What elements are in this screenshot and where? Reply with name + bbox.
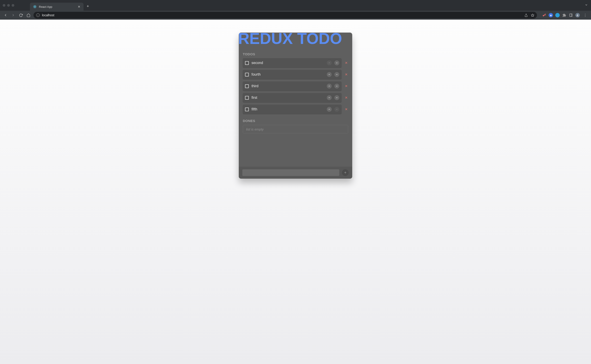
close-icon: ✕ xyxy=(345,107,348,111)
todo-checkbox[interactable] xyxy=(245,96,249,100)
panel-icon[interactable] xyxy=(569,13,573,17)
browser-tab[interactable]: React App ✕ xyxy=(30,3,84,11)
home-button[interactable] xyxy=(26,13,31,18)
todo-item: fourth xyxy=(243,70,342,79)
move-up-button[interactable] xyxy=(327,84,332,89)
titlebar: React App ✕ + xyxy=(0,0,591,11)
share-icon[interactable] xyxy=(524,14,528,17)
address-bar[interactable]: i localhost xyxy=(34,12,537,19)
todo-checkbox[interactable] xyxy=(245,61,249,65)
chevron-down-icon xyxy=(336,61,338,65)
close-icon: ✕ xyxy=(345,96,348,99)
chevron-up-icon xyxy=(328,96,330,100)
new-tab-button[interactable]: + xyxy=(84,4,92,9)
empty-text: list is empty xyxy=(246,127,263,131)
move-down-button xyxy=(334,107,339,112)
add-todo-footer: + xyxy=(239,167,352,179)
tabs-dropdown-icon[interactable] xyxy=(585,3,588,7)
reload-button[interactable] xyxy=(18,13,23,18)
move-up-button[interactable] xyxy=(327,107,332,112)
todo-row: fourth✕ xyxy=(243,70,348,79)
browser-chrome: React App ✕ + i localhost xyxy=(0,0,591,20)
todo-row: third✕ xyxy=(243,81,348,91)
traffic-lights xyxy=(3,4,14,7)
move-down-button[interactable] xyxy=(334,60,339,65)
extensions-area: ◉ xyxy=(542,13,580,17)
chevron-up-icon xyxy=(328,84,330,88)
todo-checkbox[interactable] xyxy=(245,84,249,88)
chevron-up-icon xyxy=(328,61,330,65)
todo-row: second✕ xyxy=(243,58,348,68)
browser-toolbar: i localhost ◉ xyxy=(0,11,591,20)
chevron-down-icon xyxy=(336,107,338,111)
close-icon: ✕ xyxy=(345,61,348,65)
chevron-up-icon xyxy=(328,72,330,77)
move-up-button[interactable] xyxy=(327,95,332,100)
window-close-button[interactable] xyxy=(3,4,5,7)
todo-checkbox[interactable] xyxy=(245,108,249,111)
dones-empty-placeholder: list is empty xyxy=(243,125,348,133)
chevron-down-icon xyxy=(336,72,338,77)
chevron-up-icon xyxy=(328,107,330,111)
extension-cyan-icon[interactable] xyxy=(555,13,560,17)
todo-item: second xyxy=(243,58,342,68)
window-minimize-button[interactable] xyxy=(7,4,10,7)
todo-checkbox[interactable] xyxy=(245,73,249,77)
back-button[interactable] xyxy=(3,13,8,18)
svg-rect-7 xyxy=(570,14,572,17)
delete-button[interactable]: ✕ xyxy=(344,84,348,88)
delete-button[interactable]: ✕ xyxy=(344,72,348,77)
bookmark-icon[interactable] xyxy=(531,14,534,17)
extension-key-icon[interactable] xyxy=(542,13,546,17)
todo-row: fifth✕ xyxy=(243,105,348,114)
todo-app-card: REDUX TODO TODOS second✕fourth✕third✕fir… xyxy=(239,32,352,179)
todo-text: first xyxy=(251,96,324,100)
todo-text: second xyxy=(251,61,324,65)
react-icon xyxy=(33,5,37,8)
todo-item: third xyxy=(243,81,342,91)
close-tab-icon[interactable]: ✕ xyxy=(78,5,81,8)
chevron-down-icon xyxy=(336,84,338,88)
site-info-icon[interactable]: i xyxy=(36,13,40,17)
address-text: localhost xyxy=(42,13,54,17)
move-down-button[interactable] xyxy=(334,84,339,89)
move-up-button[interactable] xyxy=(327,72,332,77)
todo-item: first xyxy=(243,93,342,102)
todo-item: fifth xyxy=(243,105,342,114)
todo-text: third xyxy=(251,84,324,88)
todo-row: first✕ xyxy=(243,93,348,102)
profile-avatar-icon[interactable] xyxy=(575,13,580,17)
close-icon: ✕ xyxy=(345,72,348,76)
page-viewport: REDUX TODO TODOS second✕fourth✕third✕fir… xyxy=(0,20,591,364)
svg-point-6 xyxy=(543,15,544,16)
tab-title: React App xyxy=(39,5,52,8)
close-icon: ✕ xyxy=(345,84,348,88)
todos-section-label: TODOS xyxy=(239,47,352,58)
add-todo-button[interactable]: + xyxy=(342,169,349,176)
todo-list: second✕fourth✕third✕first✕fifth✕ xyxy=(239,58,352,114)
move-down-button[interactable] xyxy=(334,95,339,100)
dones-section-label: DONES xyxy=(239,114,352,125)
extension-blue-icon[interactable]: ◉ xyxy=(549,13,553,17)
window-maximize-button[interactable] xyxy=(12,4,14,7)
delete-button[interactable]: ✕ xyxy=(344,61,348,65)
add-todo-input[interactable] xyxy=(242,169,339,176)
browser-menu-icon[interactable]: ⋮ xyxy=(583,13,588,17)
todo-text: fifth xyxy=(251,107,324,111)
forward-button[interactable] xyxy=(11,13,16,18)
delete-button[interactable]: ✕ xyxy=(344,107,348,111)
svg-point-0 xyxy=(35,6,35,7)
todo-text: fourth xyxy=(251,72,324,77)
svg-point-9 xyxy=(577,14,578,15)
svg-marker-5 xyxy=(531,14,534,17)
extensions-puzzle-icon[interactable] xyxy=(562,13,566,17)
plus-icon: + xyxy=(344,170,347,175)
chevron-down-icon xyxy=(336,96,338,100)
delete-button[interactable]: ✕ xyxy=(344,96,348,100)
app-title: REDUX TODO xyxy=(239,32,352,47)
move-up-button xyxy=(327,60,332,65)
move-down-button[interactable] xyxy=(334,72,339,77)
